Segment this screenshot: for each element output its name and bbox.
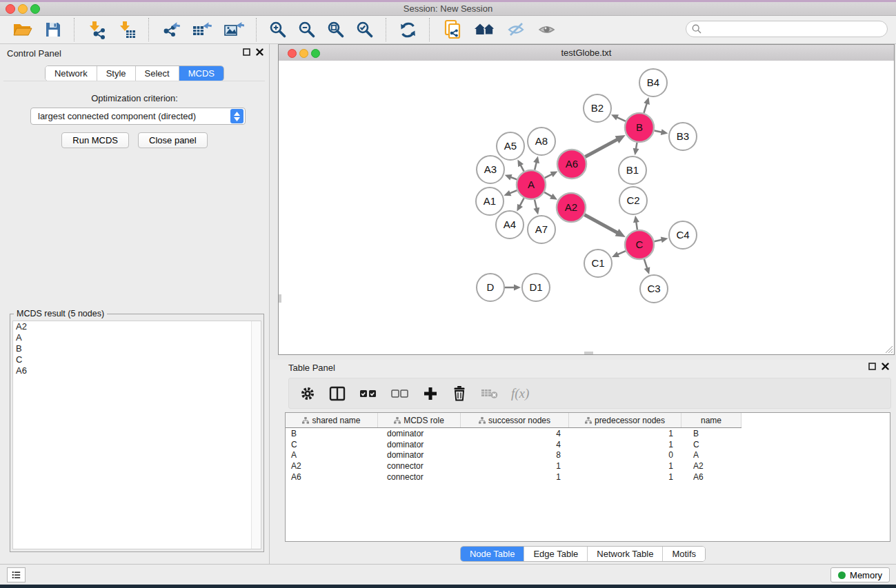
function-builder-button[interactable]: f(x) <box>511 386 529 401</box>
zoom-fit-button[interactable] <box>323 19 349 40</box>
column-header-shared-name[interactable]: shared name <box>286 413 378 427</box>
table-cell[interactable]: 1 <box>569 429 681 438</box>
close-panel-icon[interactable] <box>882 363 889 370</box>
table-cell[interactable]: connector <box>378 461 461 471</box>
table-cell[interactable]: C <box>286 440 378 449</box>
column-header-successor-nodes[interactable]: successor nodes <box>461 413 569 427</box>
network-canvas-svg[interactable]: ABCA6A2A1A3A4A5A7A8B1B2B3B4C1C2C3C4DD1 <box>279 61 894 354</box>
delete-column-button[interactable] <box>450 384 468 403</box>
table-cell[interactable]: connector <box>378 472 461 482</box>
first-neighbors-button[interactable] <box>470 19 500 40</box>
table-row[interactable]: Cdominator41C <box>286 439 890 450</box>
table-cell[interactable]: 1 <box>461 461 569 471</box>
node-table[interactable]: shared nameMCDS rolesuccessor nodesprede… <box>285 412 890 542</box>
table-settings-button[interactable] <box>299 385 317 403</box>
graph-node-B2[interactable]: B2 <box>584 94 611 122</box>
network-minimize-button[interactable] <box>299 49 308 58</box>
graph-edge-B-B4[interactable] <box>644 97 650 113</box>
graph-node-A7[interactable]: A7 <box>528 216 555 243</box>
window-zoom-button[interactable] <box>30 4 40 14</box>
tab-network[interactable]: Network <box>46 66 97 81</box>
task-history-button[interactable] <box>7 567 26 582</box>
save-session-button[interactable] <box>40 19 66 40</box>
float-panel-icon[interactable] <box>243 48 250 56</box>
table-row[interactable]: A6connector11A6 <box>286 472 890 483</box>
select-all-columns-button[interactable] <box>358 387 379 400</box>
window-minimize-button[interactable] <box>18 4 28 14</box>
graph-node-A1[interactable]: A1 <box>476 187 504 215</box>
mcds-result-item[interactable]: A <box>13 332 261 343</box>
close-panel-icon[interactable] <box>256 48 263 56</box>
window-close-button[interactable] <box>6 4 15 14</box>
close-panel-button[interactable]: Close panel <box>138 132 208 148</box>
open-session-button[interactable] <box>8 19 37 40</box>
table-cell[interactable]: 1 <box>569 461 681 471</box>
import-table-button[interactable] <box>113 19 141 41</box>
tab-style[interactable]: Style <box>97 66 136 81</box>
refresh-button[interactable] <box>395 19 421 41</box>
optimization-dropdown[interactable]: largest connected component (directed) <box>30 108 246 125</box>
graph-node-A[interactable]: A <box>517 170 546 199</box>
graph-edge-C-C3[interactable] <box>644 259 650 274</box>
graph-node-B3[interactable]: B3 <box>669 123 697 150</box>
zoom-in-button[interactable] <box>265 19 291 40</box>
tab-node-table[interactable]: Node Table <box>461 547 525 561</box>
duplicate-network-button[interactable] <box>438 18 467 41</box>
graph-edge-A-A1[interactable] <box>504 190 517 196</box>
graph-node-B1[interactable]: B1 <box>619 156 646 184</box>
table-cell[interactable]: dominator <box>378 440 461 449</box>
column-header-predecessor-nodes[interactable]: predecessor nodes <box>569 413 681 427</box>
graph-edge-A2-C[interactable] <box>584 215 625 237</box>
table-cell[interactable]: A2 <box>681 461 741 471</box>
network-canvas[interactable]: ABCA6A2A1A3A4A5A7A8B1B2B3B4C1C2C3C4DD1 <box>279 61 894 354</box>
graph-node-D[interactable]: D <box>477 274 504 301</box>
graph-node-A4[interactable]: A4 <box>496 211 524 239</box>
table-cell[interactable]: A6 <box>681 472 741 482</box>
mcds-result-list[interactable]: A2ABCA6 <box>12 321 261 549</box>
graph-node-A6[interactable]: A6 <box>557 150 586 179</box>
hide-selected-button[interactable] <box>503 19 530 40</box>
graph-node-B4[interactable]: B4 <box>639 69 667 97</box>
search-field[interactable] <box>686 21 888 37</box>
window-titlebar[interactable]: Session: New Session <box>0 2 896 16</box>
graph-node-C3[interactable]: C3 <box>640 275 668 303</box>
resize-grip-icon[interactable] <box>884 344 893 354</box>
mcds-result-item[interactable]: C <box>13 354 261 365</box>
graph-node-D1[interactable]: D1 <box>522 274 550 301</box>
create-column-button[interactable] <box>421 385 439 403</box>
table-cell[interactable]: A <box>286 450 378 460</box>
graph-edge-B-B2[interactable] <box>611 114 626 121</box>
graph-edge-A-A3[interactable] <box>505 174 517 180</box>
network-close-button[interactable] <box>288 49 297 58</box>
graph-edge-A-A8[interactable] <box>533 156 539 170</box>
tab-motifs[interactable]: Motifs <box>663 547 705 561</box>
show-all-button[interactable] <box>533 19 561 40</box>
graph-edge-A6-B[interactable] <box>585 135 625 157</box>
graph-edge-C-C1[interactable] <box>612 251 626 257</box>
graph-node-C1[interactable]: C1 <box>584 250 612 277</box>
graph-node-C4[interactable]: C4 <box>669 221 697 249</box>
export-table-button[interactable] <box>188 19 217 41</box>
graph-edge-A-A6[interactable] <box>545 171 558 178</box>
mcds-list-scrollbar[interactable] <box>251 321 261 549</box>
table-row[interactable]: A2connector11A2 <box>286 460 890 472</box>
tab-edge-table[interactable]: Edge Table <box>524 547 588 561</box>
export-image-button[interactable] <box>219 19 248 41</box>
canvas-vscroll-thumb[interactable] <box>279 294 281 303</box>
graph-edge-C-C2[interactable] <box>633 216 639 230</box>
network-view-window[interactable]: testGlobe.txt ABCA6A2A1A3A4A5A7A8B1B2B3B… <box>278 44 895 355</box>
graph-node-A8[interactable]: A8 <box>528 128 555 155</box>
graph-node-C[interactable]: C <box>625 230 654 259</box>
table-cell[interactable]: A6 <box>286 472 378 482</box>
table-cell[interactable]: dominator <box>378 429 461 438</box>
canvas-hscroll-thumb[interactable] <box>584 352 593 354</box>
network-view-titlebar[interactable]: testGlobe.txt <box>279 45 894 61</box>
column-layout-button[interactable] <box>328 385 347 403</box>
tab-network-table[interactable]: Network Table <box>588 547 663 561</box>
table-cell[interactable]: 1 <box>569 440 681 449</box>
export-network-button[interactable] <box>157 19 185 41</box>
table-cell[interactable]: B <box>681 429 741 438</box>
graph-edge-B-B3[interactable] <box>655 129 668 135</box>
graph-node-A3[interactable]: A3 <box>477 156 504 183</box>
table-cell[interactable]: 8 <box>461 450 569 460</box>
